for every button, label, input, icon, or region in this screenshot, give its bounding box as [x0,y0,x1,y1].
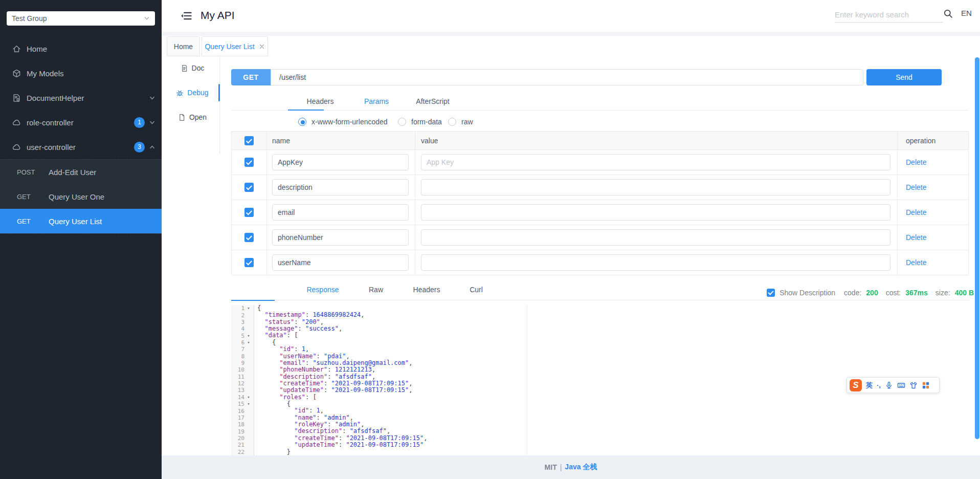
param-name-input[interactable] [272,179,409,195]
apps-icon[interactable] [922,381,930,389]
sidebar-item-document-helper[interactable]: DocumentHelper [0,85,162,110]
chevron-down-icon [144,15,150,21]
radio-button[interactable] [398,118,406,126]
code-line: "email": "suzhou.daipeng@gmail.com", [257,360,969,366]
sidebar-item-home[interactable]: Home [0,36,162,61]
method-chip[interactable]: GET [231,69,271,85]
footer-link[interactable]: Java 全栈 [565,463,597,472]
row-checkbox[interactable] [244,233,254,242]
param-value-input[interactable] [421,229,890,246]
chevron-down-icon [149,95,155,101]
line-number: 20 [231,435,244,442]
bug-icon [176,89,184,97]
radio-button[interactable] [448,118,456,126]
menu-fold-icon[interactable] [180,10,192,21]
fold-arrow-icon[interactable]: ▾ [244,401,253,407]
side-nav-open[interactable]: Open [167,110,218,125]
code-line: "data": [ [257,332,969,339]
code-token: : [298,325,305,332]
response-tab-headers[interactable]: Headers [413,286,440,294]
ime-punctuation-icon[interactable]: ·, [877,381,881,389]
body-type-form-data[interactable]: form-data [398,114,442,130]
request-tab-params[interactable]: Params [364,97,389,105]
param-name-input[interactable] [272,204,409,221]
body-type-radios: x-www-form-urlencodedform-dataraw [231,114,692,130]
gutter-row: 9 [231,360,254,366]
fold-arrow-icon[interactable]: ▾ [244,333,253,339]
code-token [257,353,279,360]
select-all-checkbox[interactable] [244,136,254,145]
param-name-input[interactable] [272,254,409,271]
request-tab-afterscript[interactable]: AfterScript [416,97,449,105]
line-number: 5 [231,333,244,339]
sidebar-item-role-controller[interactable]: role-controller1 [0,110,162,135]
language-switch[interactable]: EN [961,9,972,17]
body-type-raw[interactable]: raw [448,114,473,130]
request-tab-headers[interactable]: Headers [307,97,334,105]
topbar-divider [162,32,980,36]
cloud-icon [12,143,21,151]
column-divider [266,200,267,225]
code-token: , [320,318,324,325]
fold-arrow-icon[interactable]: ▾ [244,305,253,312]
skin-icon[interactable] [909,381,918,389]
side-nav-doc[interactable]: Doc [167,60,218,76]
document-helper-icon [12,94,21,102]
response-tab-raw[interactable]: Raw [369,286,383,294]
delete-link[interactable]: Delete [906,175,926,200]
show-description-checkbox[interactable] [767,289,775,297]
row-checkbox[interactable] [244,208,254,217]
column-divider [897,132,898,149]
response-tab-curl[interactable]: Curl [470,286,483,294]
send-button[interactable]: Send [866,69,942,85]
response-tab-response[interactable]: Response [306,286,339,294]
code-token: , [424,434,427,442]
stat-label: cost: [886,289,901,297]
row-checkbox[interactable] [244,258,254,267]
url-input[interactable] [271,69,863,85]
sogou-logo[interactable]: S [850,379,862,391]
keyboard-icon[interactable] [897,381,905,389]
body-type-x-www-form-urlencoded[interactable]: x-www-form-urlencoded [298,114,388,130]
sidebar-item-my-models[interactable]: My Models [0,61,162,85]
column-divider [415,150,415,175]
chevron-up-icon [149,144,155,150]
code-token [257,427,294,434]
tab-label: Home [174,42,193,51]
fold-arrow-icon[interactable]: ▾ [244,339,253,346]
param-value-input[interactable] [421,254,890,271]
tab-home[interactable]: Home [167,36,200,56]
delete-link[interactable]: Delete [906,250,926,275]
search-icon[interactable] [943,9,953,18]
param-name-input[interactable] [272,154,409,170]
param-name-input[interactable] [272,229,409,246]
gutter-row: 13 [231,387,254,394]
delete-link[interactable]: Delete [906,150,926,175]
param-value-input[interactable] [421,179,890,195]
code-line: "timestamp": 1648869982424, [257,312,969,318]
scrollbar-thumb[interactable] [975,57,979,439]
radio-button[interactable] [298,118,306,126]
side-nav-debug[interactable]: Debug [167,85,218,100]
group-select[interactable]: Test Group [7,11,155,26]
code-token: , [361,311,364,318]
row-checkbox[interactable] [244,183,254,192]
sidebar-item-user-controller[interactable]: user-controller3 [0,135,162,159]
sidebar-subitem-add-edit-user[interactable]: POSTAdd-Edit User [0,160,162,184]
param-value-input[interactable] [421,154,890,170]
delete-link[interactable]: Delete [906,225,926,250]
delete-link[interactable]: Delete [906,200,926,225]
tab-query-user-list[interactable]: Query User List [202,36,268,56]
search-input[interactable] [835,7,943,23]
sidebar-subitem-query-user-list[interactable]: GETQuery User List [0,209,162,233]
footer: MIT | Java 全栈 [162,455,980,479]
sidebar: Test Group HomeMy ModelsDocumentHelperro… [0,0,162,479]
count-badge: 1 [134,117,145,128]
row-checkbox[interactable] [244,158,254,167]
param-value-input[interactable] [421,204,890,221]
mic-icon[interactable] [885,381,893,389]
column-divider [266,225,267,250]
fold-arrow-icon[interactable]: ▾ [244,394,253,401]
ime-lang-icon[interactable]: 英 [866,381,873,390]
sidebar-subitem-query-user-one[interactable]: GETQuery User One [0,184,162,209]
